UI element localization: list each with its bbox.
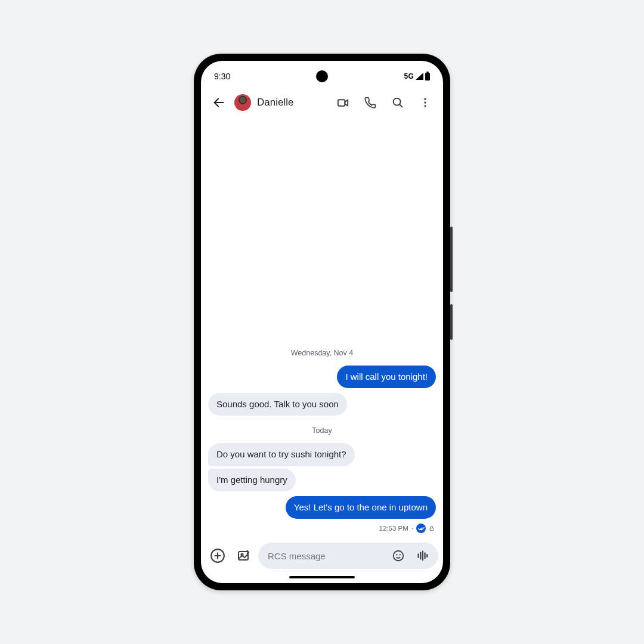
more-vert-icon (419, 97, 431, 109)
contact-name: Danielle (257, 97, 293, 109)
conversation-pane[interactable]: Wednesday, Nov 4 I will call you tonight… (201, 119, 443, 539)
screen: 9:30 5G Danielle (201, 61, 443, 583)
app-bar: Danielle (201, 86, 443, 119)
phone-icon (364, 97, 377, 109)
svg-rect-1 (338, 100, 345, 106)
search-button[interactable] (386, 91, 410, 114)
video-call-button[interactable] (331, 91, 355, 114)
contact-avatar (234, 94, 251, 111)
message-received[interactable]: I'm getting hungry (208, 469, 296, 491)
conversation-spacer (208, 124, 436, 343)
image-icon (237, 549, 251, 563)
date-separator: Wednesday, Nov 4 (208, 349, 436, 357)
message-meta: 12:53 PM · (379, 524, 435, 533)
signal-icon (416, 73, 423, 80)
emoji-button[interactable] (388, 546, 408, 566)
audio-wave-icon (416, 549, 429, 562)
contact-header[interactable]: Danielle (234, 94, 327, 111)
svg-marker-2 (345, 100, 348, 106)
more-options-button[interactable] (413, 91, 437, 114)
front-camera (316, 70, 328, 82)
emoji-icon (392, 549, 405, 562)
date-separator: Today (208, 426, 436, 435)
arrow-back-icon (212, 96, 225, 109)
search-icon (391, 96, 404, 109)
svg-point-6 (424, 101, 426, 103)
video-icon (336, 96, 350, 110)
back-button[interactable] (207, 91, 231, 114)
power-button (450, 304, 453, 340)
lock-icon (429, 525, 435, 531)
svg-point-16 (400, 555, 400, 555)
svg-point-15 (397, 555, 397, 555)
composer-bar (201, 539, 443, 575)
message-timestamp: 12:53 PM (379, 525, 408, 532)
add-attachment-button[interactable] (206, 544, 230, 568)
svg-point-7 (424, 105, 426, 107)
message-input[interactable] (268, 551, 385, 561)
message-composer[interactable] (258, 543, 438, 569)
voice-message-button[interactable] (412, 546, 432, 566)
voice-call-button[interactable] (358, 91, 382, 114)
phone-frame: 9:30 5G Danielle (194, 54, 450, 590)
gallery-button[interactable] (232, 544, 256, 568)
volume-button (450, 227, 453, 292)
svg-line-4 (400, 104, 402, 107)
network-label: 5G (404, 72, 414, 80)
svg-rect-8 (430, 528, 434, 531)
nav-handle[interactable] (289, 576, 355, 578)
svg-point-14 (394, 551, 404, 561)
message-sent[interactable]: Yes! Let's go to the one in uptown (286, 496, 436, 519)
message-received[interactable]: Sounds good. Talk to you soon (208, 393, 347, 416)
message-sent[interactable]: I will call you tonight! (337, 366, 436, 388)
svg-point-5 (424, 98, 426, 100)
plus-circle-icon (210, 548, 225, 564)
status-indicators: 5G (404, 72, 430, 80)
status-time: 9:30 (214, 72, 230, 81)
battery-icon (425, 73, 430, 80)
message-received[interactable]: Do you want to try sushi tonight? (208, 443, 355, 466)
read-receipt-icon (416, 524, 426, 533)
